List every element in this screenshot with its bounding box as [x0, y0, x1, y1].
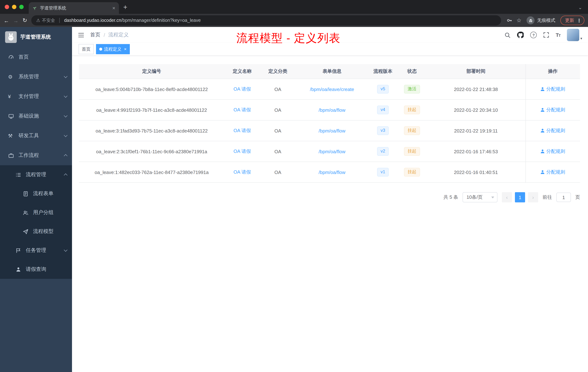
user-icon — [541, 170, 545, 174]
column-header: 定义分类 — [260, 64, 296, 79]
user-icon — [541, 87, 545, 91]
sidebar-item-task-management[interactable]: 任务管理 — [0, 241, 72, 260]
definition-name-link[interactable]: OA 请假 — [233, 128, 251, 133]
sidebar-item-payment-management[interactable]: ¥ 支付管理 — [0, 87, 72, 106]
sidebar-item-label: 流程模型 — [33, 228, 53, 235]
search-icon[interactable] — [504, 32, 511, 38]
sidebar-item-user-group[interactable]: 用户分组 — [0, 203, 72, 222]
page-size-select[interactable]: 10条/页 — [462, 192, 497, 202]
font-size-icon[interactable]: TT — [556, 32, 560, 38]
new-tab-button[interactable]: + — [123, 3, 127, 11]
goto-page-input[interactable] — [556, 193, 571, 202]
browser-tab[interactable]: 芋道管理系统 × — [29, 2, 119, 14]
sidebar-item-process-management[interactable]: 流程管理 — [0, 165, 72, 184]
user-menu[interactable]: ▾ — [567, 29, 582, 41]
bookmark-star-icon[interactable]: ☆ — [516, 17, 521, 24]
chevron-up-icon — [64, 174, 67, 177]
main: 首页 / 流程定义 ? TT — [72, 27, 588, 372]
sidebar-item-home[interactable]: 首页 — [0, 47, 72, 67]
process-version-cell: v4 — [368, 99, 398, 120]
definition-name-link[interactable]: OA 请假 — [233, 149, 251, 154]
tag-process-definition[interactable]: 流程定义 × — [96, 44, 130, 54]
fullscreen-icon[interactable] — [544, 32, 549, 38]
help-icon[interactable]: ? — [530, 32, 537, 38]
column-header: 操作 — [525, 64, 580, 79]
assign-rule-link[interactable]: 分配规则 — [541, 86, 565, 92]
sidebar-item-system-management[interactable]: ⚙ 系统管理 — [0, 67, 72, 87]
minimize-window-button[interactable] — [12, 5, 16, 9]
status-cell: 挂起 — [398, 162, 427, 183]
definition-name-link[interactable]: OA 请假 — [233, 107, 251, 112]
tag-home[interactable]: 首页 — [79, 44, 94, 54]
definition-name-link[interactable]: OA 请假 — [233, 169, 251, 175]
table-row: oa_leave:1:482ec033-762a-11ec-8477-a2380… — [79, 162, 580, 183]
chrome-update-button[interactable]: 更新 ⋮ — [560, 16, 584, 25]
deploy-time-cell: 2022-01-16 01:40:51 — [427, 162, 525, 183]
logo[interactable]: 芋道管理系统 — [0, 27, 72, 47]
sidebar-item-dev-tools[interactable]: ⚒ 研发工具 — [0, 126, 72, 146]
tools-icon: ⚒ — [8, 133, 14, 138]
address-bar[interactable]: ⚠ 不安全 dashboard.yudao.iocoder.cn/bpm/man… — [31, 15, 501, 25]
zoom-window-button[interactable] — [19, 5, 24, 9]
prev-page-button[interactable]: ‹ — [502, 192, 512, 202]
sidebar-item-process-model[interactable]: 流程模型 — [0, 222, 72, 241]
security-warning: ⚠ 不安全 — [36, 17, 55, 23]
page-size-value: 10条/页 — [467, 194, 483, 201]
assign-rule-link[interactable]: 分配规则 — [541, 107, 565, 113]
operation-cell: 分配规则 — [525, 79, 580, 99]
sidebar-item-workflow[interactable]: 工作流程 — [0, 146, 72, 165]
form-info-cell: /bpm/oa/leave/create — [296, 79, 368, 99]
sidebar-item-infrastructure[interactable]: 基础设施 — [0, 106, 72, 126]
process-version-cell: v2 — [368, 141, 398, 162]
hamburger-icon[interactable] — [78, 32, 84, 38]
pager: ‹ 1 › — [502, 192, 538, 202]
chevron-down-icon — [64, 133, 67, 137]
form-link[interactable]: /bpm/oa/flow — [319, 107, 345, 113]
breadcrumb-current: 流程定义 — [108, 32, 129, 38]
definition-id-cell: oa_leave:1:482ec033-762a-11ec-8477-a2380… — [79, 162, 224, 183]
send-icon — [22, 229, 28, 234]
tab-search-chevron-icon[interactable]: ⌄ — [578, 5, 582, 10]
definition-category-cell: OA — [260, 99, 296, 120]
sidebar: 芋道管理系统 首页 ⚙ 系统管理 ¥ 支付管理 — [0, 27, 72, 372]
sidebar-item-process-form[interactable]: 流程表单 — [0, 184, 72, 203]
url-path: /bpm/manager/definition?key=oa_leave — [121, 18, 201, 23]
more-menu-icon[interactable]: ⋮ — [577, 18, 581, 23]
chevron-down-icon — [64, 248, 67, 252]
chevron-down-icon — [64, 75, 67, 78]
page-number-button[interactable]: 1 — [515, 192, 525, 202]
table-body: oa_leave:5:004b710b-7b8a-11ec-8ef0-acde4… — [79, 79, 580, 183]
status-cell: 挂起 — [398, 99, 427, 120]
column-header: 定义名称 — [224, 64, 260, 79]
close-window-button[interactable] — [5, 5, 9, 9]
key-icon[interactable] — [506, 17, 512, 23]
chevron-down-icon — [64, 114, 67, 117]
assign-rule-link[interactable]: 分配规则 — [541, 169, 565, 175]
assign-rule-link[interactable]: 分配规则 — [541, 127, 565, 134]
sidebar-item-label: 研发工具 — [19, 132, 39, 139]
definition-name-link[interactable]: OA 请假 — [233, 86, 251, 92]
definition-category-cell: OA — [260, 141, 296, 162]
traffic-lights — [5, 5, 24, 9]
sidebar-item-label: 流程表单 — [33, 190, 53, 197]
next-page-button[interactable]: › — [528, 192, 538, 202]
content: 定义编号定义名称定义分类表单信息流程版本状态部署时间操作 oa_leave:5:… — [72, 55, 588, 372]
back-button[interactable]: ← — [4, 17, 9, 23]
yen-icon: ¥ — [8, 94, 14, 99]
tag-close-icon[interactable]: × — [124, 47, 126, 52]
breadcrumb-home[interactable]: 首页 — [90, 32, 100, 38]
assign-rule-link[interactable]: 分配规则 — [541, 148, 565, 155]
github-icon[interactable] — [517, 32, 524, 38]
tab-close-icon[interactable]: × — [112, 5, 115, 11]
url-domain: dashboard.yudao.iocoder.cn — [64, 18, 121, 23]
forward-button[interactable]: → — [13, 17, 19, 23]
sidebar-item-leave-query[interactable]: 请假查询 — [0, 260, 72, 279]
form-link[interactable]: /bpm/oa/leave/create — [310, 87, 354, 92]
reload-button[interactable]: ↻ — [22, 17, 27, 24]
form-link[interactable]: /bpm/oa/flow — [319, 128, 345, 133]
form-link[interactable]: /bpm/oa/flow — [319, 169, 345, 175]
briefcase-icon — [8, 153, 14, 158]
avatar[interactable] — [567, 29, 579, 41]
form-link[interactable]: /bpm/oa/flow — [319, 149, 345, 154]
tab-title: 芋道管理系统 — [40, 5, 66, 11]
